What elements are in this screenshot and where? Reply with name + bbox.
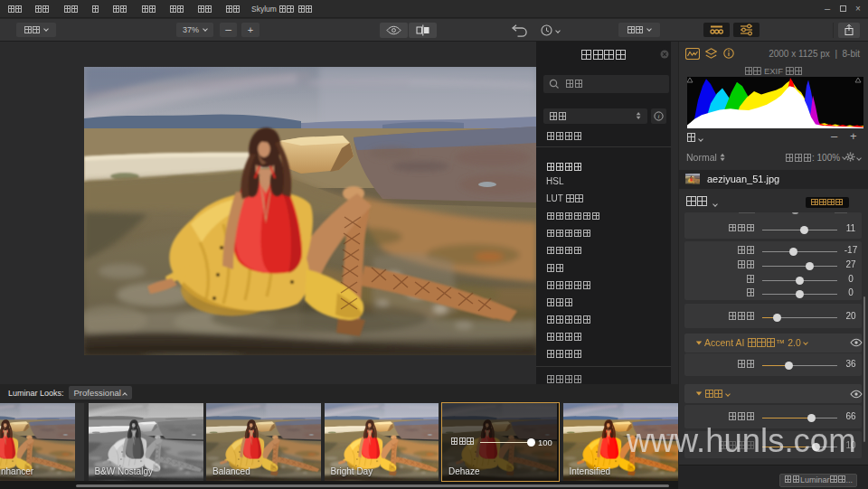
svg-text:i: i [658,113,660,120]
